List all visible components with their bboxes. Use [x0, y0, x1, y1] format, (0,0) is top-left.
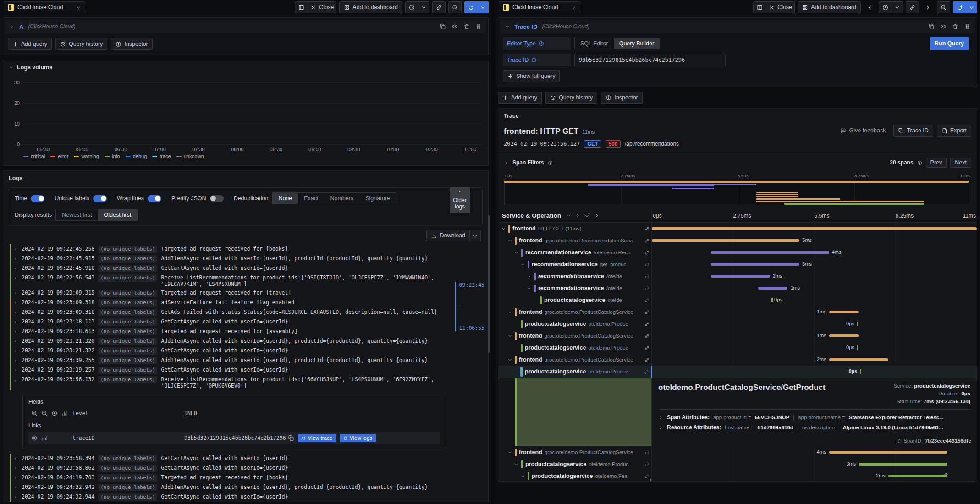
drag-handle-icon[interactable] — [964, 23, 970, 30]
chevron-right-icon[interactable]: › — [14, 367, 18, 373]
legend-item-unknown[interactable]: unknown — [176, 153, 204, 159]
left-pane-scrollbar[interactable] — [488, 215, 490, 353]
close-pane-button[interactable]: Close — [766, 1, 795, 13]
span-attributes-row[interactable]: Span Attributes:app.product.id =66VCHSJN… — [658, 412, 970, 422]
span-duration-tick[interactable] — [857, 345, 859, 350]
legend-item-error[interactable]: error — [50, 153, 68, 159]
span-duration-bar[interactable] — [829, 358, 888, 361]
span-row[interactable]: productcatalogserviceotelde0μs — [498, 294, 977, 306]
view-logs-button[interactable]: View logs — [340, 434, 376, 442]
chevron-right-icon[interactable]: › — [14, 299, 18, 306]
legend-item-info[interactable]: info — [105, 153, 120, 159]
span-row[interactable]: productcatalogserviceoteldemo.Fea2ms — [498, 470, 977, 482]
chevron-right-icon[interactable]: › — [14, 357, 18, 364]
span-timeline-cell[interactable]: 3ms — [652, 458, 977, 470]
span-timeline-cell[interactable]: 0μs — [652, 366, 977, 378]
trace-id-button[interactable]: Trace ID — [893, 125, 933, 137]
span-timeline-cell[interactable]: 1ms — [652, 306, 977, 318]
wrap-lines-toggle[interactable] — [148, 195, 161, 202]
time-picker-caret[interactable] — [892, 1, 903, 13]
query-history-button[interactable]: Query history — [55, 38, 107, 50]
expand-all-icon[interactable] — [594, 213, 599, 218]
query-row-header[interactable]: A (ClickHouse Cloud) — [5, 20, 486, 33]
share-link-button[interactable] — [906, 1, 919, 13]
dedup-option-exact[interactable]: Exact — [298, 193, 324, 204]
span-timeline-cell[interactable]: 4ms — [652, 247, 977, 258]
span-timeline-cell[interactable]: 5ms — [652, 235, 977, 247]
span-duration-tick[interactable] — [857, 322, 859, 326]
span-id[interactable]: SpanID:7b23cec443156dfe — [896, 438, 971, 444]
span-duration-bar[interactable] — [888, 475, 947, 477]
run-refresh-button[interactable] — [953, 1, 966, 13]
span-duration-tick[interactable] — [860, 369, 861, 374]
span-row[interactable]: recommendationservice/otelde2ms — [498, 270, 977, 282]
collapse-one-icon[interactable] — [575, 213, 580, 218]
run-refresh-caret[interactable] — [478, 1, 489, 13]
trace-id-input[interactable] — [574, 54, 726, 66]
span-duration-bar[interactable] — [652, 239, 799, 242]
add-to-dashboard-button[interactable]: Add to dashboard — [798, 1, 861, 13]
datasource-picker[interactable]: ClickHouse Cloud — [499, 1, 580, 13]
query-ref-id[interactable]: A — [19, 23, 23, 30]
time-picker-caret[interactable] — [418, 1, 429, 13]
span-timeline-cell[interactable]: 1ms — [652, 330, 977, 342]
export-button[interactable]: Export — [937, 125, 971, 137]
span-row[interactable]: frontendgrpc.oteldemo.RecommendationServ… — [498, 235, 977, 247]
trace-minimap[interactable]: 0μs2.75ms5.5ms8.25ms11ms — [504, 173, 971, 205]
span-name-cell[interactable]: frontendgrpc.oteldemo.ProductCatalogServ… — [498, 354, 652, 366]
log-row[interactable]: ›2024-02-19 09:22:45.258(no unique label… — [10, 244, 483, 254]
span-name-cell[interactable]: productcatalogserviceoteldemo.Fea — [498, 470, 652, 482]
time-toggle[interactable] — [31, 195, 44, 202]
scroll-to-top-icon[interactable] — [943, 472, 949, 478]
info-icon[interactable] — [548, 160, 553, 165]
add-query-button[interactable]: Add query — [8, 38, 52, 50]
chevron-right-icon[interactable]: › — [14, 347, 18, 354]
zoom-out-button[interactable] — [448, 1, 462, 13]
remove-query-icon[interactable] — [463, 23, 470, 30]
span-duration-bar[interactable] — [829, 311, 859, 313]
span-row[interactable]: recommendationservice/oteldemo.Reco4ms — [498, 247, 977, 258]
span-row[interactable]: recommendationserviceget_produc3ms — [498, 258, 977, 270]
span-name-cell[interactable]: frontendgrpc.oteldemo.ProductCatalogServ… — [498, 306, 652, 318]
log-row[interactable]: ›2024-02-19 09:22:45.918(no unique label… — [10, 263, 483, 273]
add-to-dashboard-button[interactable]: Add to dashboard — [339, 1, 402, 13]
log-row[interactable]: ›2024-02-19 09:24:32.942(no unique label… — [10, 482, 483, 492]
chevron-right-icon[interactable]: › — [14, 493, 18, 500]
span-duration-bar[interactable] — [652, 227, 977, 230]
span-name-cell[interactable]: recommendationservice/oteldemo.Reco — [498, 247, 652, 258]
time-picker-button[interactable] — [879, 1, 892, 13]
span-timeline-cell[interactable]: 2ms — [652, 270, 977, 282]
span-name-cell[interactable]: recommendationserviceget_produc — [498, 258, 652, 270]
close-pane-button[interactable]: Close — [308, 1, 336, 13]
log-row[interactable]: ›2024-02-19 09:23:58.862(no unique label… — [10, 463, 483, 473]
zoom-out-button[interactable] — [937, 1, 950, 13]
chevron-right-icon[interactable]: › — [14, 246, 18, 252]
span-name-cell[interactable]: productcatalogserviceoteldemo.Produc — [498, 458, 652, 470]
chevron-right-icon[interactable]: › — [14, 338, 18, 345]
inspector-button[interactable]: Inspector — [601, 92, 642, 104]
log-row[interactable]: ›2024-02-19 09:23:09.318(no unique label… — [10, 298, 483, 307]
log-row[interactable]: ›2024-02-19 09:24:47.166(no unique label… — [10, 502, 483, 502]
log-row[interactable]: ›2024-02-19 09:23:58.394(no unique label… — [10, 454, 483, 463]
query-builder-option[interactable]: Query Builder — [614, 38, 660, 49]
span-row[interactable]: productcatalogserviceoteldemo.Produc0μs — [498, 342, 977, 354]
sort-chevron-down-icon[interactable] — [566, 213, 571, 218]
span-row[interactable]: frontendgrpc.oteldemo.ProductCatalogServ… — [498, 330, 977, 342]
log-row[interactable]: ›2024-02-19 09:23:09.318(no unique label… — [10, 307, 483, 317]
span-duration-bar[interactable] — [829, 451, 947, 454]
legend-item-trace[interactable]: trace — [152, 153, 171, 159]
log-row[interactable]: ›2024-02-19 09:22:56.543(no unique label… — [10, 273, 483, 288]
legend-item-warning[interactable]: warning — [74, 153, 99, 159]
chevron-right-icon[interactable]: › — [14, 474, 18, 481]
query-history-button[interactable]: Query history — [545, 92, 597, 104]
remove-query-icon[interactable] — [952, 23, 958, 30]
drag-handle-icon[interactable] — [475, 23, 482, 30]
span-duration-bar[interactable] — [711, 251, 829, 254]
logs-volume-chart[interactable]: 0102030 — [22, 77, 482, 144]
logs-volume-header[interactable]: Logs volume — [3, 60, 488, 75]
prev-span-button[interactable]: Prev — [926, 158, 947, 168]
dedup-option-none[interactable]: None — [272, 193, 298, 204]
datasource-picker[interactable]: ClickHouse Cloud — [4, 1, 85, 13]
hide-response-icon[interactable] — [451, 23, 458, 30]
span-timeline-cell[interactable]: 1ms — [652, 282, 977, 294]
